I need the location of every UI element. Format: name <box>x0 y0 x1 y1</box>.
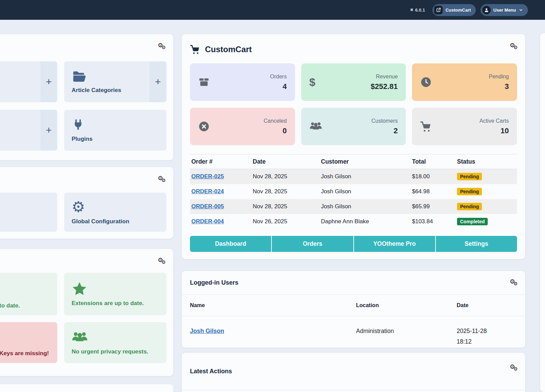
external-link-icon <box>434 6 443 14</box>
column-header: Location <box>356 302 457 308</box>
add-button[interactable]: + <box>40 110 57 151</box>
customcart-navbar-button[interactable]: CustomCart <box>432 4 475 16</box>
cart-icon <box>420 121 434 132</box>
customcart-quick-links: Dashboard Orders YOOtheme Pro Settings <box>190 236 517 252</box>
tile-label: Article Categories <box>72 87 142 94</box>
latest-actions-panel: Latest Actions ⚙⚙ <box>182 353 525 392</box>
stat-label: Pending <box>489 74 509 80</box>
status-extensions[interactable]: Extensions are up to date. <box>64 273 166 315</box>
site-panel: ⚙⚙ + Article Categories + + <box>0 34 173 160</box>
table-row: Josh Gilson Administration 2025-11-28 18… <box>182 316 525 347</box>
quick-icon-tile-partial[interactable] <box>0 193 57 232</box>
user-icon <box>482 6 491 14</box>
panel-settings-gears-icon[interactable]: ⚙⚙ <box>158 257 166 263</box>
stat-card-canceled: Canceled 0 <box>190 108 295 145</box>
panel-settings-gears-icon[interactable]: ⚙⚙ <box>158 175 166 181</box>
order-total: $65.99 <box>412 203 457 210</box>
status-badge: Pending <box>457 188 482 195</box>
user-location: Administration <box>356 326 457 336</box>
order-link[interactable]: ORDER-025 <box>191 173 224 180</box>
quick-icon-tile-partial[interactable]: + <box>0 110 57 151</box>
add-article-category-button[interactable]: + <box>149 61 166 102</box>
status-label: No urgent privacy requests. <box>72 348 159 355</box>
panel-title: Logged-in Users <box>190 279 238 286</box>
dashboard-button[interactable]: Dashboard <box>190 236 271 252</box>
add-button[interactable]: + <box>40 61 57 102</box>
users-icon <box>309 121 323 132</box>
panel-settings-gears-icon[interactable]: ⚙⚙ <box>510 364 518 370</box>
dollar-icon: $ <box>309 76 323 89</box>
user-menu-button[interactable]: User Menu <box>481 4 528 16</box>
table-row: ORDER-005 Nov 28, 2025 Josh Gilson $65.9… <box>190 199 517 214</box>
stats-grid: Orders 4 $ Revenue $252.81 Pending 3 <box>190 63 517 145</box>
customcart-title: CustomCart <box>205 45 252 54</box>
joomla-version: ✖ 6.0.1 <box>410 7 425 13</box>
yootheme-pro-button[interactable]: YOOtheme Pro <box>354 236 435 252</box>
user-link[interactable]: Josh Gilson <box>190 328 224 334</box>
stat-value: 10 <box>480 126 509 135</box>
order-total: $103.84 <box>412 218 457 225</box>
quick-icon-article-categories[interactable]: Article Categories + <box>64 61 166 102</box>
stat-card-customers: Customers 2 <box>301 108 406 145</box>
status-label: to date. <box>0 302 50 309</box>
order-customer: Josh Gilson <box>321 203 412 210</box>
status-update-keys[interactable]: Keys are missing! <box>0 322 57 363</box>
orders-table-header: Order # Date Customer Total Status <box>190 154 517 169</box>
customcart-header: CustomCart <box>190 44 517 55</box>
stat-label: Orders <box>270 74 287 80</box>
order-date: Nov 26, 2025 <box>253 218 321 225</box>
user-menu-label: User Menu <box>494 7 516 13</box>
star-icon <box>72 281 87 296</box>
stat-value: 2 <box>371 126 398 135</box>
settings-button[interactable]: Settings <box>436 236 517 252</box>
order-customer: Josh Gilson <box>321 188 412 195</box>
order-link[interactable]: ORDER-024 <box>191 188 224 195</box>
status-label: Keys are missing! <box>0 350 50 357</box>
stat-value: 0 <box>264 126 287 135</box>
stat-card-active-carts: Active Carts 10 <box>412 108 517 145</box>
panel-settings-gears-icon[interactable]: ⚙⚙ <box>510 42 518 48</box>
orders-table: Order # Date Customer Total Status ORDER… <box>190 154 517 229</box>
customcart-panel: ⚙⚙ CustomCart Orders 4 $ <box>182 34 525 259</box>
shopping-cart-icon <box>190 44 201 55</box>
tile-label: Global Configuration <box>72 218 159 225</box>
quick-icon-tile-partial[interactable]: + <box>0 61 57 102</box>
quick-icon-plugins[interactable]: Plugins <box>64 110 166 151</box>
status-badge: Pending <box>457 173 482 180</box>
panel-settings-gears-icon[interactable]: ⚙⚙ <box>510 278 518 285</box>
stat-label: Canceled <box>264 118 287 124</box>
bottom-left-partial-panel <box>0 384 173 392</box>
gear-icon: ⚙ <box>72 199 159 214</box>
column-header: Name <box>190 302 356 308</box>
version-label: 6.0.1 <box>415 7 425 13</box>
order-date: Nov 28, 2025 <box>253 173 321 180</box>
order-link[interactable]: ORDER-005 <box>191 203 224 210</box>
stat-label: Active Carts <box>480 118 509 124</box>
quick-icon-global-configuration[interactable]: ⚙ Global Configuration <box>64 193 166 232</box>
orders-button[interactable]: Orders <box>272 236 353 252</box>
box-icon <box>198 76 212 88</box>
stat-label: Revenue <box>371 74 398 80</box>
order-customer: Daphne Ann Blake <box>321 218 412 225</box>
stat-value: 3 <box>489 82 509 91</box>
column-header: Customer <box>321 158 412 165</box>
column-header: Order # <box>191 158 253 165</box>
users-icon <box>72 330 88 345</box>
stat-card-pending: Pending 3 <box>412 63 517 101</box>
order-link[interactable]: ORDER-004 <box>191 218 224 225</box>
stat-label: Customers <box>371 118 398 124</box>
order-total: $64.98 <box>412 188 457 195</box>
order-total: $18.00 <box>412 173 457 180</box>
clock-icon <box>420 76 434 88</box>
table-row: ORDER-024 Nov 28, 2025 Josh Gilson $64.9… <box>190 184 517 199</box>
top-navbar: ✖ 6.0.1 CustomCart User Menu <box>0 0 545 20</box>
right-partial-panel <box>540 33 545 392</box>
status-joomla-update[interactable]: to date. <box>0 273 57 315</box>
stat-value: $252.81 <box>371 82 398 91</box>
status-badge: Pending <box>457 203 482 210</box>
stat-value: 4 <box>270 82 287 91</box>
status-label: Extensions are up to date. <box>72 300 159 307</box>
order-date: Nov 28, 2025 <box>253 188 321 195</box>
status-privacy[interactable]: No urgent privacy requests. <box>64 322 166 363</box>
panel-settings-gears-icon[interactable]: ⚙⚙ <box>158 42 166 48</box>
